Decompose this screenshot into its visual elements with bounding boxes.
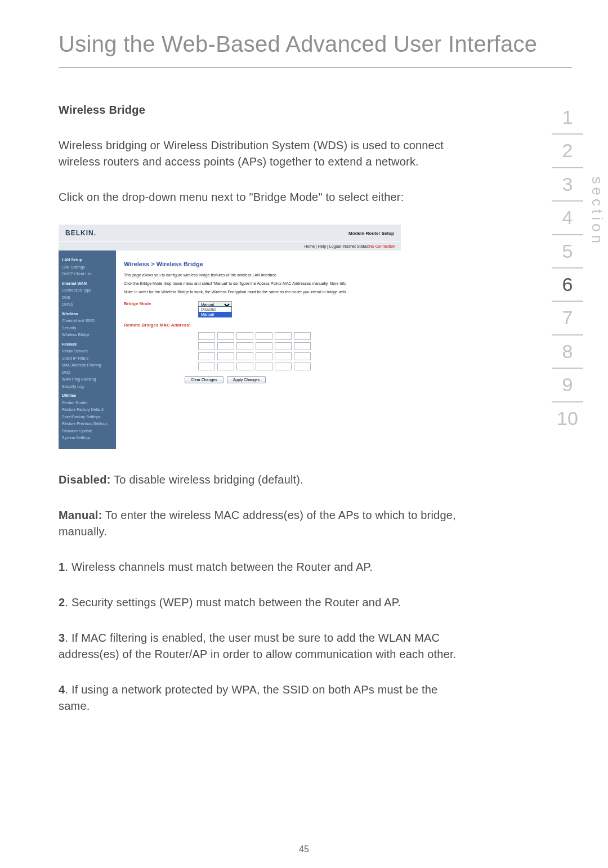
section-nav-10[interactable]: 10 [552,402,583,435]
sidebar-item[interactable]: Restart Router [62,400,113,406]
mac-octet-input[interactable] [236,342,253,350]
section-heading: Wireless Bridge [59,102,459,118]
section-nav-5[interactable]: 5 [552,235,583,269]
mac-octet-input[interactable] [256,342,272,350]
clear-changes-button[interactable]: Clear Changes [185,376,223,383]
page-title: Using the Web-Based Advanced User Interf… [59,32,572,68]
sidebar-item[interactable]: DMZ [62,370,113,376]
apply-changes-button[interactable]: Apply Changes [227,376,266,383]
mac-octet-input[interactable] [256,352,272,360]
step-1: 1. Wireless channels must match between … [59,559,459,575]
section-nav-2[interactable]: 2 [552,135,583,168]
mac-octet-input[interactable] [294,332,311,340]
mac-octet-input[interactable] [198,363,215,370]
sidebar-item[interactable]: WAN Ping Blocking [62,377,113,383]
mac-octet-input[interactable] [294,342,311,350]
sidebar-item[interactable]: Connection Type [62,288,113,294]
mac-octet-input[interactable] [256,363,272,370]
breadcrumb: Wireless > Wireless Bridge [124,261,393,267]
sidebar-item[interactable]: DHCP Client List [62,271,113,278]
sidebar-item[interactable]: Firmware Update [62,428,113,435]
bridge-option[interactable]: Manual [199,312,231,317]
section-nav-1[interactable]: 1 [552,101,583,135]
remote-mac-label: Remote Bridges MAC Address: [124,323,198,328]
mac-row [198,332,393,340]
sidebar-item[interactable]: Save/Backup Settings [62,414,113,420]
sidebar-item[interactable]: Restore Previous Settings [62,421,113,427]
router-title: Modem-Router Setup [348,231,394,236]
mac-octet-input[interactable] [275,342,292,350]
mac-octet-input[interactable] [294,363,311,370]
section-nav-4[interactable]: 4 [552,202,583,235]
sidebar-item[interactable]: Security [62,325,113,332]
section-nav-9[interactable]: 9 [552,369,583,402]
step-4: 4. If using a network protected by WPA, … [59,682,459,714]
section-nav-6[interactable]: 6 [552,269,583,302]
sidebar-group: Utilities [62,393,113,399]
step-3: 3. If MAC filtering is enabled, the user… [59,630,459,663]
bridge-option[interactable]: Disabled [199,307,231,312]
sidebar-group: LAN Setup [62,257,113,263]
mac-row [198,352,393,360]
section-nav-3[interactable]: 3 [552,168,583,202]
internet-status: No Connection [369,244,395,248]
mac-octet-input[interactable] [294,352,311,360]
sidebar-item[interactable]: Security Log [62,384,113,390]
sidebar-item[interactable]: LAN Settings [62,265,113,271]
instruction-paragraph: Click on the drop-down menu next to "Bri… [59,189,459,205]
mac-octet-input[interactable] [236,363,253,370]
manual-paragraph: Manual: To enter the wireless MAC addres… [59,507,459,540]
mac-octet-input[interactable] [217,352,234,360]
sidebar-item[interactable]: Channel and SSID [62,318,113,324]
mac-octet-input[interactable] [217,332,234,340]
sidebar-item[interactable]: System Settings [62,435,113,441]
sidebar-item[interactable]: Client IP Filters [62,356,113,362]
sidebar-item[interactable]: DDNS [62,302,113,308]
mac-octet-input[interactable] [217,363,234,370]
sidebar-item[interactable]: Virtual Servers [62,348,113,355]
page-desc-2: Click the Bridge Mode drop-down menu and… [124,281,393,285]
mac-octet-input[interactable] [198,332,215,340]
page-desc-1: This page allows you to configure wirele… [124,273,393,277]
mac-octet-input[interactable] [217,342,234,350]
sidebar-group: Firewall [62,342,113,348]
sidebar-item[interactable]: DNS [62,295,113,301]
section-nav-8[interactable]: 8 [552,335,583,369]
router-sidebar: LAN SetupLAN SettingsDHCP Client ListInt… [59,250,116,449]
mac-octet-input[interactable] [236,352,253,360]
step-2: 2. Security settings (WEP) must match be… [59,594,459,611]
mac-row [198,342,393,350]
mac-octet-input[interactable] [275,363,292,370]
mac-octet-input[interactable] [198,342,215,350]
mac-octet-input[interactable] [275,332,292,340]
disabled-paragraph: Disabled: To disable wireless bridging (… [59,472,459,488]
section-label: section [588,177,606,247]
mac-octet-input[interactable] [198,352,215,360]
sidebar-group: Internet WAN [62,281,113,287]
page-number: 45 [299,844,309,854]
header-links[interactable]: Home | Help | Logout Internet Status: [304,244,369,248]
belkin-logo: BELKIN. [65,229,96,237]
mac-octet-input[interactable] [236,332,253,340]
more-info-link[interactable]: More Info [330,281,347,285]
section-nav: 12345678910 [552,101,583,435]
sidebar-group: Wireless [62,311,113,317]
mac-row [198,363,393,370]
mac-octet-input[interactable] [275,352,292,360]
bridge-mode-dropdown[interactable]: DisabledManual [198,306,232,317]
sidebar-item[interactable]: MAC Address Filtering [62,363,113,369]
section-nav-7[interactable]: 7 [552,302,583,335]
router-ui-screenshot: BELKIN. Modem-Router Setup Home | Help |… [59,225,401,449]
sidebar-item[interactable]: Wireless Bridge [62,332,113,338]
bridge-mode-label: Bridge Mode [124,301,198,306]
mac-octet-input[interactable] [256,332,272,340]
sidebar-item[interactable]: Restore Factory Default [62,407,113,413]
page-note: Note: In order for the Wireless Bridge t… [124,290,393,294]
intro-paragraph: Wireless bridging or Wireless Distributi… [59,137,459,170]
